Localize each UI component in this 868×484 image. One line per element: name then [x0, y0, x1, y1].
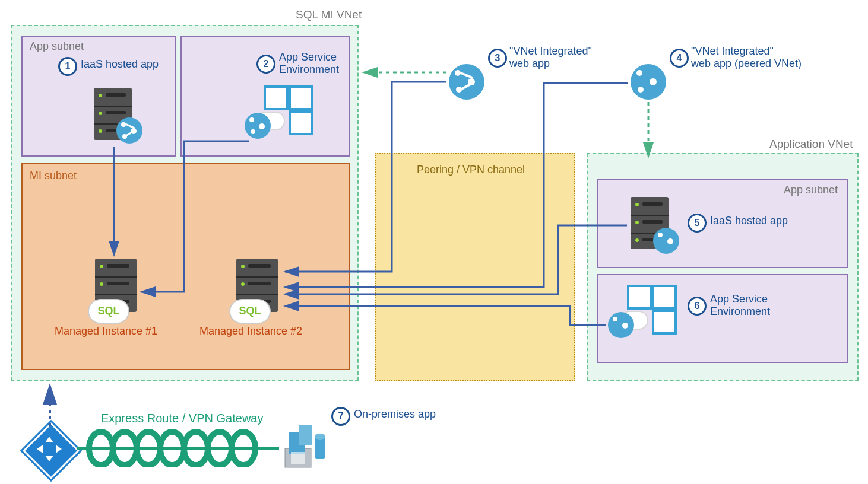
item7-label: On-premises app [354, 408, 436, 421]
web-icon [653, 228, 679, 254]
application-vnet-title: Application VNet [769, 138, 853, 151]
svg-rect-13 [291, 452, 305, 464]
web-icon [608, 312, 634, 338]
expressroute-label: Express Route / VPN Gateway [101, 412, 263, 425]
badge-2: 2 [256, 55, 275, 74]
badge-5: 5 [688, 214, 707, 233]
mi-subnet-box [21, 163, 350, 370]
web-icon [245, 113, 271, 139]
badge-6: 6 [688, 297, 707, 316]
peering-label: Peering / VPN channel [417, 164, 525, 176]
item3-label: "VNet Integrated" web app [509, 45, 592, 70]
item5-label: IaaS hosted app [710, 215, 788, 227]
peering-channel-box [375, 153, 575, 381]
gateway-arrows-icon [33, 433, 65, 465]
on-premises-icon [281, 419, 332, 470]
sql-cloud-icon: SQL [88, 299, 129, 324]
web-icon [631, 64, 666, 100]
svg-point-12 [315, 434, 325, 440]
badge-4: 4 [670, 49, 689, 68]
badge-3: 3 [488, 49, 507, 68]
web-icon [449, 64, 484, 100]
svg-rect-11 [315, 437, 325, 459]
mi1-label: Managed Instance #1 [55, 325, 157, 337]
sql-cloud-icon: SQL [229, 299, 271, 324]
badge-7: 7 [331, 407, 350, 426]
item2-label: App Service Environment [279, 51, 339, 76]
svg-rect-10 [299, 425, 312, 445]
mi2-label: Managed Instance #2 [199, 325, 302, 337]
sql-mi-vnet-title: SQL MI VNet [296, 8, 362, 21]
mi-subnet-label: MI subnet [30, 170, 77, 182]
sql-vnet-app-subnet-label: App subnet [30, 40, 84, 53]
web-icon [116, 117, 142, 144]
app-vnet-app-subnet-label: App subnet [784, 184, 838, 196]
item6-label: App Service Environment [710, 293, 770, 318]
express-route-spiral-icon [77, 429, 279, 467]
badge-1: 1 [58, 57, 77, 76]
item4-label: "VNet Integrated" web app (peered VNet) [691, 45, 802, 70]
item1-label: IaaS hosted app [81, 58, 159, 71]
